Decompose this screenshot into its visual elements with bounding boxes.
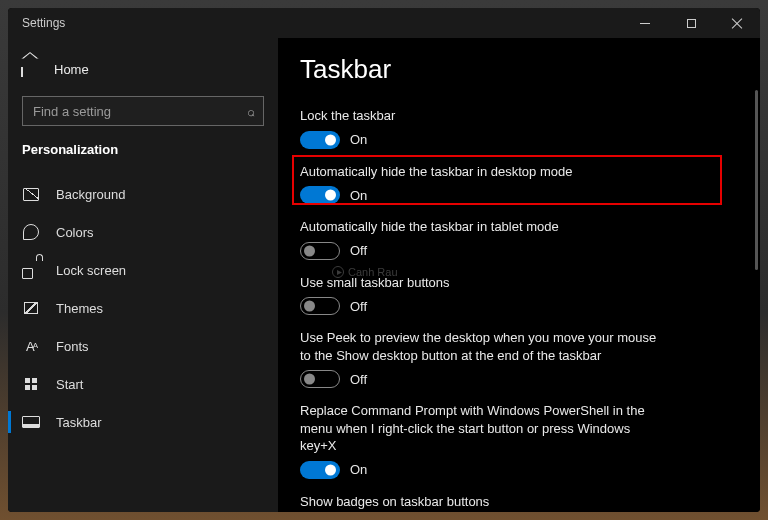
toggle-row: On bbox=[300, 186, 738, 204]
watermark-text: Canh Rau bbox=[348, 266, 398, 278]
setting-label: Automatically hide the taskbar in tablet… bbox=[300, 218, 738, 236]
sidebar-item-themes[interactable]: Themes bbox=[8, 289, 278, 327]
watermark: Canh Rau bbox=[332, 266, 398, 278]
sidebar-item-fonts[interactable]: AA Fonts bbox=[8, 327, 278, 365]
settings-window: Settings Home ⌕ Personalization bbox=[8, 8, 760, 512]
close-icon bbox=[731, 17, 743, 29]
lock-icon bbox=[22, 261, 40, 279]
setting-label: Lock the taskbar bbox=[300, 107, 738, 125]
sidebar-item-label: Start bbox=[56, 377, 83, 392]
toggle-state-label: On bbox=[350, 462, 367, 477]
sidebar-item-label: Lock screen bbox=[56, 263, 126, 278]
taskbar-icon bbox=[22, 413, 40, 431]
setting-label: Replace Command Prompt with Windows Powe… bbox=[300, 402, 738, 455]
sidebar-item-label: Themes bbox=[56, 301, 103, 316]
window-body: Home ⌕ Personalization Background Colors bbox=[8, 38, 760, 512]
sidebar-category-label: Personalization bbox=[8, 136, 278, 175]
picture-icon bbox=[22, 185, 40, 203]
maximize-icon bbox=[687, 19, 696, 28]
toggle-row: Off bbox=[300, 242, 738, 260]
sidebar-item-background[interactable]: Background bbox=[8, 175, 278, 213]
sidebar-item-lock-screen[interactable]: Lock screen bbox=[8, 251, 278, 289]
start-icon bbox=[22, 375, 40, 393]
toggle-row: On bbox=[300, 461, 738, 479]
minimize-button[interactable] bbox=[622, 8, 668, 38]
toggle-row: On bbox=[300, 131, 738, 149]
sidebar-item-label: Background bbox=[56, 187, 125, 202]
window-title: Settings bbox=[8, 16, 65, 30]
toggle-state-label: Off bbox=[350, 372, 367, 387]
toggle-state-label: Off bbox=[350, 243, 367, 258]
toggle-powershell-replace[interactable] bbox=[300, 461, 340, 479]
fonts-icon: AA bbox=[22, 337, 40, 355]
scrollbar[interactable] bbox=[755, 90, 758, 270]
minimize-icon bbox=[640, 23, 650, 24]
search-box[interactable]: ⌕ bbox=[22, 96, 264, 126]
setting-label: Use Peek to preview the desktop when you… bbox=[300, 329, 738, 364]
toggle-state-label: On bbox=[350, 132, 367, 147]
toggle-row: Off bbox=[300, 370, 738, 388]
titlebar: Settings bbox=[8, 8, 760, 38]
home-nav-item[interactable]: Home bbox=[8, 52, 278, 86]
setting-show-badges: Show badges on taskbar buttons On bbox=[300, 489, 738, 512]
setting-autohide-desktop: Automatically hide the taskbar in deskto… bbox=[300, 159, 738, 215]
toggle-small-buttons[interactable] bbox=[300, 297, 340, 315]
search-input[interactable] bbox=[31, 103, 247, 120]
toggle-state-label: Off bbox=[350, 299, 367, 314]
search-container: ⌕ bbox=[8, 86, 278, 136]
toggle-lock-taskbar[interactable] bbox=[300, 131, 340, 149]
page-title: Taskbar bbox=[300, 54, 738, 85]
sidebar: Home ⌕ Personalization Background Colors bbox=[8, 38, 278, 512]
themes-icon bbox=[22, 299, 40, 317]
toggle-peek-preview[interactable] bbox=[300, 370, 340, 388]
toggle-autohide-tablet[interactable] bbox=[300, 242, 340, 260]
sidebar-nav: Background Colors Lock screen Themes AA … bbox=[8, 175, 278, 441]
sidebar-item-label: Colors bbox=[56, 225, 94, 240]
setting-peek-preview: Use Peek to preview the desktop when you… bbox=[300, 325, 738, 398]
watermark-icon bbox=[332, 266, 344, 278]
sidebar-item-start[interactable]: Start bbox=[8, 365, 278, 403]
home-icon bbox=[22, 60, 40, 78]
home-label: Home bbox=[54, 62, 89, 77]
setting-lock-taskbar: Lock the taskbar On bbox=[300, 103, 738, 159]
setting-label: Show badges on taskbar buttons bbox=[300, 493, 738, 511]
setting-powershell-replace: Replace Command Prompt with Windows Powe… bbox=[300, 398, 738, 489]
toggle-row: Off bbox=[300, 297, 738, 315]
toggle-autohide-desktop[interactable] bbox=[300, 186, 340, 204]
palette-icon bbox=[22, 223, 40, 241]
maximize-button[interactable] bbox=[668, 8, 714, 38]
close-button[interactable] bbox=[714, 8, 760, 38]
toggle-state-label: On bbox=[350, 188, 367, 203]
sidebar-item-colors[interactable]: Colors bbox=[8, 213, 278, 251]
sidebar-item-label: Taskbar bbox=[56, 415, 102, 430]
content-pane: Taskbar Lock the taskbar On Automaticall… bbox=[278, 38, 760, 512]
search-icon: ⌕ bbox=[247, 104, 255, 119]
sidebar-item-taskbar[interactable]: Taskbar bbox=[8, 403, 278, 441]
setting-label: Automatically hide the taskbar in deskto… bbox=[300, 163, 738, 181]
sidebar-item-label: Fonts bbox=[56, 339, 89, 354]
setting-autohide-tablet: Automatically hide the taskbar in tablet… bbox=[300, 214, 738, 270]
window-controls bbox=[622, 8, 760, 38]
